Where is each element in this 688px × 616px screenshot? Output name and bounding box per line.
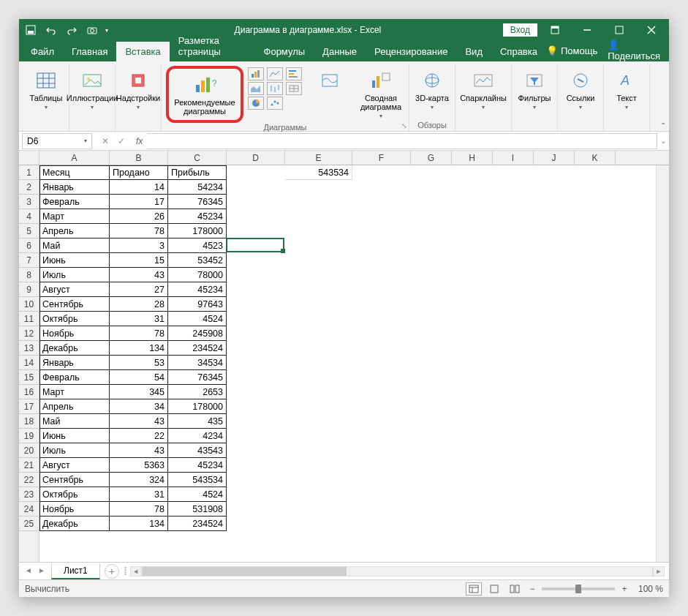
cell[interactable]: 4523 xyxy=(168,238,227,253)
cell[interactable]: Февраль xyxy=(39,195,110,209)
column-header[interactable]: C xyxy=(168,151,227,165)
cell[interactable]: Август xyxy=(39,458,110,473)
cell[interactable]: 234524 xyxy=(168,517,227,531)
cell[interactable]: 45234 xyxy=(168,209,227,224)
cell[interactable]: 26 xyxy=(110,209,168,224)
add-sheet-button[interactable]: + xyxy=(105,564,119,579)
cell[interactable]: Январь xyxy=(39,180,110,195)
cell[interactable]: 53 xyxy=(110,356,168,370)
horizontal-scrollbar[interactable]: ⁞ ◄ ► xyxy=(124,566,665,577)
cell[interactable]: 435 xyxy=(168,414,227,429)
sparklines-button[interactable]: Спарклайны ▾ xyxy=(460,67,507,112)
tab-review[interactable]: Рецензирование xyxy=(366,42,456,61)
recommended-charts-button[interactable]: ? Рекомендуемые диаграммы xyxy=(173,72,236,117)
cell[interactable]: 31 xyxy=(110,312,168,326)
cell[interactable]: Июнь xyxy=(39,429,110,443)
cell[interactable]: 43 xyxy=(110,268,168,282)
sheet-tab[interactable]: Лист1 xyxy=(51,563,100,579)
minimize-icon[interactable] xyxy=(572,19,602,41)
cell[interactable]: 97643 xyxy=(168,297,227,312)
maps-button[interactable] xyxy=(306,67,353,94)
cell[interactable]: Июнь xyxy=(39,253,110,268)
cell[interactable]: 78 xyxy=(110,224,168,238)
cell[interactable]: 76345 xyxy=(168,195,227,209)
fx-icon[interactable]: fx xyxy=(132,136,147,146)
cell[interactable]: Апрель xyxy=(39,399,110,414)
zoom-slider[interactable] xyxy=(542,587,615,590)
sheet-next-icon[interactable]: ► xyxy=(37,566,47,576)
column-header[interactable]: D xyxy=(227,151,285,165)
cell[interactable]: Сентябрь xyxy=(39,297,110,312)
cell[interactable]: 5363 xyxy=(110,458,168,473)
cell[interactable]: 178000 xyxy=(168,224,227,238)
row-header[interactable]: 23 xyxy=(19,487,39,502)
cell[interactable]: Сентябрь xyxy=(39,473,110,487)
cell[interactable]: 45234 xyxy=(168,458,227,473)
cell[interactable]: 22 xyxy=(110,429,168,443)
stock-chart-icon[interactable] xyxy=(267,82,283,95)
cell[interactable]: Март xyxy=(39,209,110,224)
cell[interactable]: 4524 xyxy=(168,312,227,326)
cell[interactable]: 3 xyxy=(110,238,168,253)
undo-icon[interactable] xyxy=(44,23,58,37)
scroll-left-icon[interactable]: ◄ xyxy=(130,566,142,576)
cell[interactable]: 53452 xyxy=(168,253,227,268)
row-header[interactable]: 1 xyxy=(19,165,39,180)
row-header[interactable]: 7 xyxy=(19,253,39,268)
cell[interactable]: Июль xyxy=(39,443,110,458)
pivot-chart-button[interactable]: Сводная диаграмма ▾ xyxy=(358,67,404,121)
bar-chart-icon[interactable] xyxy=(286,67,302,80)
tab-help[interactable]: Справка xyxy=(491,42,546,61)
cell[interactable]: 28 xyxy=(110,297,168,312)
cell[interactable]: 43543 xyxy=(168,443,227,458)
cell[interactable]: 54 xyxy=(110,370,168,385)
cell[interactable]: Месяц xyxy=(39,165,110,180)
name-box[interactable]: D6 ▾ xyxy=(22,133,92,149)
cell[interactable]: Август xyxy=(39,282,110,297)
column-header[interactable]: E xyxy=(285,151,352,165)
cell[interactable]: 15 xyxy=(110,253,168,268)
cell[interactable]: 345 xyxy=(110,385,168,399)
cell[interactable]: Октябрь xyxy=(39,312,110,326)
pie-chart-icon[interactable] xyxy=(248,97,264,110)
column-header[interactable]: F xyxy=(352,151,411,165)
column-header[interactable]: I xyxy=(493,151,534,165)
tell-me[interactable]: 💡 Помощь xyxy=(546,45,597,56)
scroll-right-icon[interactable]: ► xyxy=(653,566,665,576)
filters-button[interactable]: Фильтры ▾ xyxy=(516,67,553,112)
row-header[interactable]: 10 xyxy=(19,297,39,312)
line-chart-icon[interactable] xyxy=(267,67,283,80)
cell[interactable]: 76345 xyxy=(168,370,227,385)
normal-view-icon[interactable] xyxy=(466,582,482,596)
row-header[interactable]: 8 xyxy=(19,268,39,282)
cell[interactable]: Май xyxy=(39,414,110,429)
tab-data[interactable]: Данные xyxy=(314,42,366,61)
maximize-icon[interactable] xyxy=(605,19,634,41)
cell[interactable]: 324 xyxy=(110,473,168,487)
column-header[interactable]: G xyxy=(411,151,452,165)
cell[interactable]: 4234 xyxy=(168,429,227,443)
row-header[interactable]: 19 xyxy=(19,429,39,443)
cell[interactable]: Ноябрь xyxy=(39,502,110,517)
close-icon[interactable] xyxy=(637,19,666,41)
cell[interactable]: Прибыль xyxy=(168,165,227,180)
row-header[interactable]: 13 xyxy=(19,341,39,356)
ribbon-display-icon[interactable] xyxy=(540,19,570,41)
tables-button[interactable]: Таблицы ▾ xyxy=(28,67,64,112)
cell[interactable]: 78000 xyxy=(168,268,227,282)
row-header[interactable]: 14 xyxy=(19,356,39,370)
cell[interactable]: 78 xyxy=(110,502,168,517)
row-header[interactable]: 11 xyxy=(19,312,39,326)
cell[interactable]: 43 xyxy=(110,443,168,458)
qat-dropdown-icon[interactable]: ▾ xyxy=(105,27,108,34)
column-header[interactable]: B xyxy=(110,151,168,165)
page-break-view-icon[interactable] xyxy=(507,582,523,596)
cell[interactable]: 34534 xyxy=(168,356,227,370)
row-header[interactable]: 21 xyxy=(19,458,39,473)
cell[interactable]: 134 xyxy=(110,341,168,356)
tab-view[interactable]: Вид xyxy=(456,42,491,61)
row-header[interactable]: 6 xyxy=(19,238,39,253)
row-header[interactable]: 2 xyxy=(19,180,39,195)
cell[interactable]: 178000 xyxy=(168,399,227,414)
expand-formula-icon[interactable]: ⌄ xyxy=(657,137,669,145)
